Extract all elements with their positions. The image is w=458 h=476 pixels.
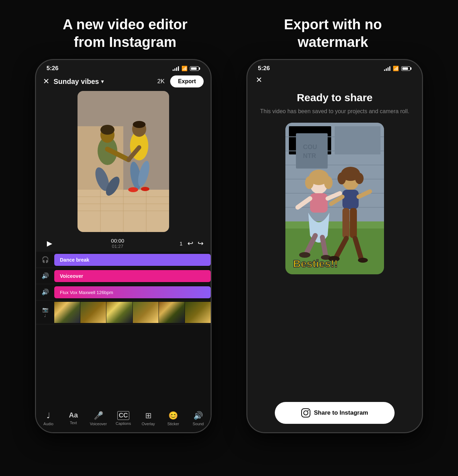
- page-wrapper: A new video editor from Instagram Export…: [0, 0, 458, 476]
- filmstrip-track[interactable]: [54, 302, 211, 323]
- video-thumbnail: COU NTR: [285, 123, 384, 274]
- wifi-icon-2: 📶: [393, 66, 399, 71]
- redo-button[interactable]: ↪: [198, 239, 204, 248]
- undo-redo-controls: ↩ ↪: [187, 239, 204, 248]
- toolbar-audio[interactable]: ♩ Audio: [36, 411, 61, 426]
- playback-controls: ▶ 00:00 01:27 1 ↩ ↪: [36, 235, 211, 252]
- editor-toolbar: ✕ Sunday vibes ▾ 2K Export: [36, 74, 211, 91]
- undo-button[interactable]: ↩: [187, 239, 193, 248]
- music-label: Flux Vox Maxwell 126bpm: [60, 289, 113, 295]
- overlay-icon: ⊞: [145, 411, 151, 420]
- phone-editor: 5:26 📶: [35, 59, 211, 433]
- time-display-1: 5:26: [47, 65, 58, 72]
- phone-share: 5:26 📶: [247, 59, 423, 433]
- toolbar-overlay[interactable]: ⊞ Overlay: [136, 411, 161, 426]
- share-content: Ready to share This video has been saved…: [247, 88, 422, 432]
- voiceover-label: Voiceover: [60, 273, 83, 279]
- total-time: 01:27: [56, 244, 180, 249]
- camera-icon: 📷: [42, 307, 48, 312]
- svg-rect-42: [310, 193, 328, 213]
- svg-point-64: [304, 411, 308, 415]
- svg-point-41: [324, 176, 333, 189]
- timeline: 🎧 Dance break 🔊 Voiceover 🔊: [36, 252, 211, 408]
- status-bar-1: 5:26 📶: [36, 60, 211, 74]
- header-row: A new video editor from Instagram Export…: [0, 0, 458, 59]
- svg-point-59: [358, 258, 368, 263]
- signal-icon-1: [173, 66, 179, 71]
- project-title[interactable]: Sunday vibes ▾: [54, 78, 157, 86]
- text-icon: Aa: [69, 411, 78, 419]
- audio-icon: ♩: [47, 411, 50, 420]
- track-icon-3: 🔊: [36, 288, 54, 296]
- track-row-3: 🔊 Flux Vox Maxwell 126bpm: [36, 284, 211, 300]
- toolbar-voiceover[interactable]: 🎤 Voiceover: [86, 411, 111, 426]
- share-button-label: Share to Instagram: [314, 409, 368, 416]
- svg-rect-33: [296, 133, 328, 169]
- sound-icon: 🔊: [193, 411, 203, 420]
- overlay-label: Overlay: [142, 422, 155, 426]
- captions-icon: CC: [117, 411, 129, 420]
- ready-subtitle: This video has been saved to your projec…: [260, 107, 409, 116]
- music-note-icon: ♩: [44, 313, 46, 318]
- svg-point-52: [355, 173, 364, 184]
- svg-text:NTR: NTR: [303, 152, 316, 159]
- status-icons-2: 📶: [384, 66, 411, 71]
- battery-icon-2: [401, 66, 411, 71]
- svg-text:Besties!!: Besties!!: [293, 258, 338, 269]
- marker-number: 1: [180, 240, 182, 246]
- wifi-icon-1: 📶: [181, 66, 187, 71]
- track-content-2[interactable]: Voiceover: [54, 268, 211, 284]
- svg-rect-26: [335, 126, 380, 154]
- track-row-2: 🔊 Voiceover: [36, 268, 211, 284]
- audio-label: Audio: [43, 422, 53, 426]
- sticker-icon: 😊: [168, 411, 178, 420]
- phones-row: 5:26 📶: [0, 59, 458, 476]
- timeline-time: 00:00 01:27: [56, 238, 180, 249]
- captions-label: Captions: [116, 421, 131, 426]
- close-button-1[interactable]: ✕: [43, 77, 49, 86]
- phone2-header: ✕: [247, 74, 422, 88]
- battery-icon-1: [190, 66, 200, 71]
- svg-point-65: [308, 410, 309, 411]
- svg-point-11: [100, 125, 114, 135]
- dance-break-label: Dance break: [60, 257, 89, 263]
- toolbar-sound[interactable]: 🔊 Sound: [186, 411, 211, 426]
- export-button[interactable]: Export: [170, 75, 204, 87]
- toolbar-sticker[interactable]: 😊 Sticker: [161, 411, 186, 426]
- sound-label: Sound: [193, 422, 204, 426]
- left-header-title: A new video editor from Instagram: [21, 16, 229, 51]
- text-label: Text: [70, 421, 77, 425]
- svg-line-46: [322, 237, 326, 257]
- svg-point-22: [141, 187, 149, 191]
- svg-rect-54: [342, 208, 349, 238]
- signal-icon-2: [384, 66, 390, 71]
- svg-point-17: [133, 121, 146, 128]
- sticker-label: Sticker: [167, 422, 179, 426]
- svg-point-40: [305, 176, 314, 189]
- share-instagram-button[interactable]: Share to Instagram: [275, 402, 395, 424]
- bottom-toolbar: ♩ Audio Aa Text 🎤 Voiceover CC Captions …: [36, 408, 211, 432]
- right-header-title: Export with no watermark: [229, 16, 437, 51]
- track-content-3[interactable]: Flux Vox Maxwell 126bpm: [54, 284, 211, 300]
- svg-point-51: [338, 172, 346, 184]
- track-content-1[interactable]: Dance break: [54, 252, 211, 268]
- toolbar-text[interactable]: Aa Text: [61, 411, 86, 426]
- filmstrip-row: 📷 ♩: [36, 300, 211, 324]
- dance-video: [78, 91, 169, 232]
- voiceover-icon: 🎤: [94, 411, 103, 420]
- svg-text:COU: COU: [303, 144, 317, 151]
- svg-rect-37: [285, 221, 384, 228]
- ready-title: Ready to share: [297, 92, 372, 104]
- status-bar-2: 5:26 📶: [247, 60, 422, 74]
- voiceover-label-tb: Voiceover: [90, 422, 107, 426]
- svg-rect-55: [350, 208, 357, 238]
- filmstrip-icon: 📷 ♩: [36, 307, 54, 318]
- svg-point-47: [299, 252, 310, 258]
- svg-rect-63: [302, 409, 310, 417]
- close-button-2[interactable]: ✕: [256, 75, 262, 85]
- play-button[interactable]: ▶: [43, 237, 56, 250]
- track-icon-1: 🎧: [36, 256, 54, 263]
- toolbar-captions[interactable]: CC Captions: [111, 411, 136, 426]
- track-icon-2: 🔊: [36, 272, 54, 280]
- resolution-label: 2K: [157, 78, 165, 85]
